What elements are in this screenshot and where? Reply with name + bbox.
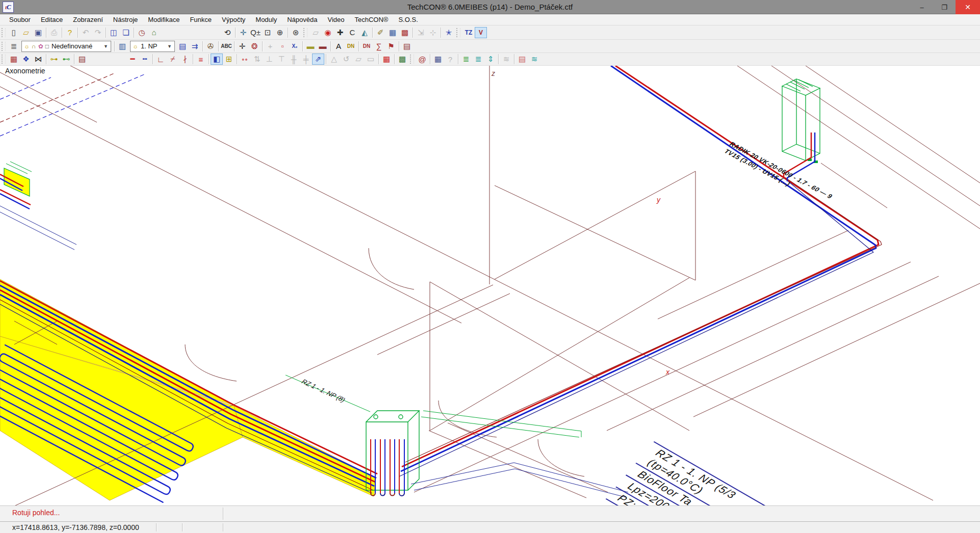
toolbar-grip[interactable]: [303, 28, 307, 37]
loop-icon[interactable]: ↺: [340, 54, 352, 65]
fit-width-icon[interactable]: ⇲: [415, 27, 427, 38]
pipe-dashed-icon[interactable]: ╍: [139, 54, 151, 65]
undo-icon[interactable]: ↶: [80, 27, 92, 38]
rotate-icon[interactable]: C: [346, 27, 358, 38]
node-box-icon[interactable]: ⊞: [223, 54, 235, 65]
move-icon[interactable]: ✚: [334, 27, 346, 38]
main-canvas[interactable]: z y x Axonometrie RADIK 20 VK-20-0600 - …: [0, 66, 980, 505]
dn-arrow-icon[interactable]: DN: [360, 41, 373, 52]
coil-teal-icon[interactable]: ≋: [528, 54, 540, 65]
ruler-icon[interactable]: ▬: [304, 41, 317, 52]
rotate-ucs-icon[interactable]: ❂: [248, 41, 261, 52]
recalculate-clock-icon[interactable]: ◷: [136, 27, 148, 38]
menu-editace[interactable]: Editace: [36, 15, 68, 24]
snap-center-icon[interactable]: ✛: [236, 41, 248, 52]
chevron-down-icon[interactable]: ▼: [102, 44, 110, 49]
ruler-roof-icon[interactable]: ▬: [317, 41, 329, 52]
notes-list-icon[interactable]: ▤: [401, 41, 413, 52]
fitting-gray-one-icon[interactable]: ▱: [352, 54, 365, 65]
zoom-extents-icon[interactable]: ⊕: [274, 27, 286, 38]
pipe-rise-icon[interactable]: ⊥: [263, 54, 275, 65]
zoom-plus-minus-icon[interactable]: Q±: [249, 27, 262, 38]
cross-one-icon[interactable]: ╫: [288, 54, 300, 65]
pipe-line-icon[interactable]: ━: [126, 54, 139, 65]
sum-gk-icon[interactable]: ∑: [373, 41, 385, 52]
toolbar-grip[interactable]: [2, 28, 6, 37]
chevron-down-icon[interactable]: ▼: [166, 44, 173, 49]
table-edit-icon[interactable]: ▤: [176, 41, 189, 52]
region-dashed-icon[interactable]: ▫: [276, 41, 289, 52]
flag-label-icon[interactable]: ⚑: [385, 41, 397, 52]
table-insert-icon[interactable]: ▦: [380, 54, 393, 65]
pipe-slash-icon[interactable]: ⌿: [167, 54, 179, 65]
region-select-icon[interactable]: ▩: [399, 27, 411, 38]
paste-block-icon[interactable]: ▱: [310, 27, 322, 38]
minimize-button[interactable]: –: [911, 0, 933, 14]
menu-modifikace[interactable]: Modifikace: [143, 15, 185, 24]
toolbar-grip[interactable]: [2, 42, 6, 51]
pipe-multi-icon[interactable]: ≡: [195, 54, 207, 65]
diagonal-arrow-icon[interactable]: ⇗: [312, 54, 324, 65]
measure-pencil-icon[interactable]: ✐: [374, 27, 386, 38]
fitting-gray-two-icon[interactable]: ▭: [365, 54, 377, 65]
close-button[interactable]: ✕: [956, 0, 980, 14]
fitting-return-icon[interactable]: ⊷: [60, 54, 72, 65]
menu-soubor[interactable]: Soubor: [4, 15, 36, 24]
home-view-icon[interactable]: ⌂: [148, 27, 160, 38]
zoom-window-icon[interactable]: ⊡: [262, 27, 274, 38]
fitting-supply-icon[interactable]: ⊶: [48, 54, 60, 65]
toolbar-grip[interactable]: [410, 55, 414, 64]
cross-two-icon[interactable]: ╪: [300, 54, 312, 65]
dn-dimension-icon[interactable]: DN: [345, 41, 357, 52]
menu-zobrazeni[interactable]: Zobrazení: [68, 15, 108, 24]
settings-wrench-icon[interactable]: ✇: [204, 41, 217, 52]
spellcheck-icon[interactable]: ABC: [220, 41, 233, 52]
menu-vypocty[interactable]: Výpočty: [217, 15, 250, 24]
radiators-table-icon[interactable]: ▦: [8, 54, 20, 65]
table-marks-icon[interactable]: ▩: [396, 54, 408, 65]
zoom-previous-icon[interactable]: ⊛: [290, 27, 302, 38]
toolbar-grip[interactable]: [456, 28, 460, 37]
warning-icon[interactable]: △: [328, 54, 340, 65]
pump-icon[interactable]: ❖: [20, 54, 32, 65]
menu-techcon[interactable]: TechCON®: [350, 15, 394, 24]
table-grid-icon[interactable]: ▦: [432, 54, 444, 65]
text-tool-icon[interactable]: A: [332, 41, 345, 52]
scheme-editor-icon[interactable]: ▦: [386, 27, 399, 38]
coil-small-icon[interactable]: ≋: [500, 54, 512, 65]
help-icon[interactable]: ?: [64, 27, 76, 38]
coil-spiral-icon[interactable]: @: [416, 54, 428, 65]
rotate-3d-view-icon[interactable]: ⟲: [221, 27, 234, 38]
mirror-icon[interactable]: ◭: [358, 27, 371, 38]
new-file-icon[interactable]: ▯: [8, 27, 20, 38]
layers-icon[interactable]: ≣: [8, 41, 20, 52]
rings-icon[interactable]: ∘∘: [239, 54, 251, 65]
valves-pair-icon[interactable]: ⇅: [251, 54, 263, 65]
save-icon[interactable]: ▣: [32, 27, 44, 38]
menu-moduly[interactable]: Moduly: [250, 15, 282, 24]
pipe-angle-icon[interactable]: ∟: [154, 54, 167, 65]
fit-all-icon[interactable]: ⊹: [427, 27, 439, 38]
floor-loop-green-icon[interactable]: ≣: [460, 54, 472, 65]
toolbar-grip[interactable]: [2, 55, 6, 64]
project-manager-icon[interactable]: ❏: [120, 27, 132, 38]
specification-icon[interactable]: ▤: [76, 54, 88, 65]
valve-icon[interactable]: ⋈: [32, 54, 44, 65]
pan-view-icon[interactable]: ✛: [237, 27, 249, 38]
window-layout-icon[interactable]: ◫: [108, 27, 120, 38]
menu-video[interactable]: Video: [323, 15, 350, 24]
unknown-dashed-icon[interactable]: ?: [444, 54, 456, 65]
snap-point-icon[interactable]: ◉: [322, 27, 334, 38]
menu-napoveda[interactable]: Nápověda: [282, 15, 322, 24]
open-folder-icon[interactable]: ▱: [20, 27, 32, 38]
pipe-cross-icon[interactable]: ∤: [179, 54, 191, 65]
menu-nastroje[interactable]: Nástroje: [108, 15, 143, 24]
menu-funkce[interactable]: Funkce: [185, 15, 217, 24]
view-mode-icon[interactable]: V: [475, 27, 487, 38]
goto-list-icon[interactable]: ⇉: [189, 41, 201, 52]
print-icon[interactable]: ⎙: [48, 27, 60, 38]
connect-pipes-icon[interactable]: ◧: [211, 54, 223, 65]
floor-loop-arrows-icon[interactable]: ⇕: [484, 54, 497, 65]
tz-mode-icon[interactable]: TZ: [462, 27, 475, 38]
menu-sos[interactable]: S.O.S.: [393, 15, 423, 24]
